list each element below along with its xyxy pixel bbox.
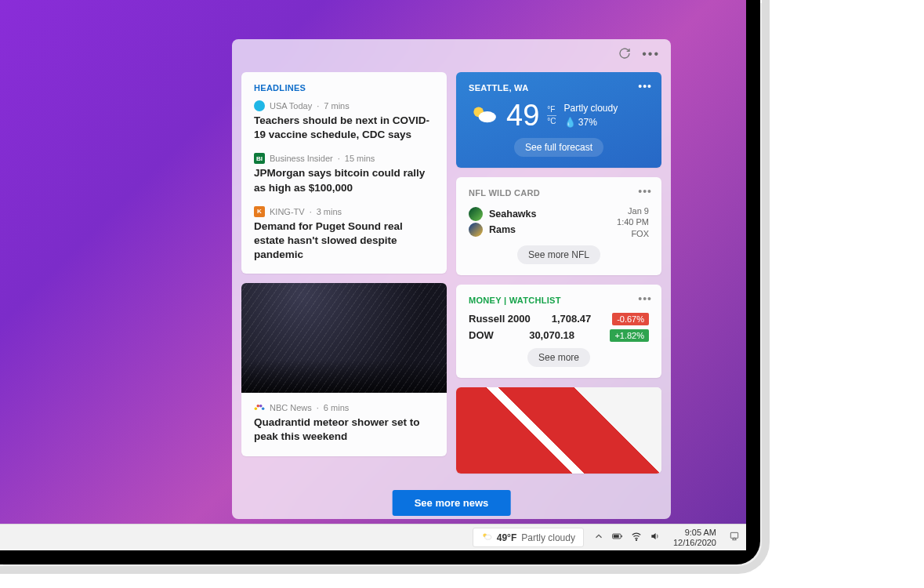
battery-icon[interactable]: [612, 531, 623, 544]
news-source: NBC News: [270, 403, 312, 412]
svg-point-1: [257, 405, 260, 408]
taskbar-temp: 49°F: [497, 532, 516, 543]
news-age: 6 mins: [324, 403, 349, 412]
weather-card[interactable]: ••• SEATTLE, WA 49 °F °C Partly cloudy 💧…: [456, 72, 661, 168]
widgets-panel: ••• HEADLINES USA Today · 7 mins Teacher…: [232, 39, 671, 519]
news-item[interactable]: USA Today · 7 mins Teachers should be ne…: [254, 100, 434, 142]
card-image: [456, 387, 661, 474]
volume-icon[interactable]: [650, 531, 661, 544]
taskbar-weather[interactable]: 49°F Partly cloudy: [473, 528, 584, 547]
nfl-title: NFL WILD CARD: [469, 188, 649, 198]
rams-logo-icon: [469, 223, 483, 237]
news-age: 15 mins: [345, 154, 375, 163]
news-source: USA Today: [270, 101, 312, 111]
weather-condition: Partly cloudy: [564, 101, 618, 115]
headlines-card: HEADLINES USA Today · 7 mins Teachers sh…: [241, 72, 447, 274]
news-title: Quadrantid meteor shower set to peak thi…: [254, 416, 434, 444]
notifications-icon[interactable]: [729, 531, 740, 544]
svg-point-5: [479, 111, 496, 122]
news-source: KING-TV: [270, 207, 305, 216]
ticker-name: Russell 2000: [469, 313, 531, 325]
seahawks-logo-icon: [469, 207, 483, 221]
money-card[interactable]: ••• MONEY | WATCHLIST Russell 2000 1,708…: [456, 285, 661, 378]
ticker-name: DOW: [469, 329, 494, 341]
game-network: FOX: [617, 228, 649, 239]
see-more-money-button[interactable]: See more: [527, 348, 590, 367]
money-row[interactable]: Russell 2000 1,708.47 -0.67%: [469, 313, 649, 325]
svg-rect-10: [621, 535, 622, 537]
unit-f: °F: [547, 104, 556, 116]
image-card[interactable]: [456, 387, 661, 474]
source-icon: [254, 100, 265, 111]
card-more-icon[interactable]: •••: [638, 185, 652, 198]
nbc-icon: [254, 402, 265, 413]
taskbar: 49°F Partly cloudy 9:05 AM 12/16/2020: [0, 524, 746, 550]
svg-rect-9: [614, 535, 619, 538]
game-date: Jan 9: [617, 205, 649, 216]
card-more-icon[interactable]: •••: [638, 292, 652, 305]
card-more-icon[interactable]: •••: [638, 80, 652, 93]
tray-expand-icon[interactable]: [593, 531, 604, 544]
weather-icon: [469, 103, 498, 129]
panel-more-icon[interactable]: •••: [642, 47, 660, 63]
team-name: Rams: [489, 224, 516, 235]
wifi-icon[interactable]: [631, 531, 642, 544]
news-item[interactable]: BI Business Insider · 15 mins JPMorgan s…: [254, 153, 434, 194]
news-title: Demand for Puget Sound real estate hasn'…: [254, 220, 434, 263]
change-badge: -0.67%: [612, 313, 649, 325]
game-time: 1:40 PM: [617, 216, 649, 227]
news-title: JPMorgan says bitcoin could rally as hig…: [254, 166, 434, 194]
source-icon: BI: [254, 153, 265, 164]
desktop: ••• HEADLINES USA Today · 7 mins Teacher…: [0, 0, 760, 564]
svg-point-2: [259, 405, 263, 408]
weather-icon: [481, 531, 492, 544]
weather-temp: 49: [506, 100, 539, 130]
news-age: 3 mins: [317, 207, 342, 216]
unit-c: °C: [547, 116, 556, 126]
see-forecast-button[interactable]: See full forecast: [514, 138, 603, 157]
weather-location: SEATTLE, WA: [469, 83, 649, 93]
svg-point-3: [262, 407, 265, 410]
team-name: Seahawks: [489, 209, 536, 220]
refresh-icon[interactable]: [618, 47, 631, 63]
ticker-price: 1,708.47: [552, 313, 592, 325]
news-source: Business Insider: [270, 154, 333, 163]
taskbar-clock[interactable]: 9:05 AM 12/16/2020: [673, 528, 716, 546]
taskbar-condition: Partly cloudy: [521, 532, 575, 543]
news-age: 7 mins: [324, 101, 349, 111]
money-row[interactable]: DOW 30,070.18 +1.82%: [469, 329, 649, 342]
svg-point-0: [255, 407, 258, 410]
source-icon: K: [254, 206, 265, 217]
taskbar-date: 12/16/2020: [673, 538, 716, 547]
ticker-price: 30,070.18: [529, 329, 574, 341]
news-title: Teachers should be next in COVID-19 vacc…: [254, 114, 434, 142]
news-item[interactable]: K KING-TV · 3 mins Demand for Puget Soun…: [254, 206, 434, 263]
taskbar-time: 9:05 AM: [673, 528, 716, 537]
svg-point-11: [636, 539, 636, 540]
nfl-card[interactable]: ••• NFL WILD CARD Seahawks Rams Jan 9 1:…: [456, 177, 661, 275]
see-more-nfl-button[interactable]: See more NFL: [517, 245, 600, 264]
see-more-news-button[interactable]: See more news: [393, 490, 511, 516]
weather-precip: 💧 37%: [564, 115, 618, 129]
headlines-title: HEADLINES: [254, 83, 434, 93]
money-title: MONEY | WATCHLIST: [469, 296, 649, 305]
photo-news-card[interactable]: NBC News · 6 mins Quadrantid meteor show…: [241, 283, 447, 456]
news-image: [241, 283, 447, 393]
svg-rect-12: [730, 532, 737, 538]
change-badge: +1.82%: [610, 329, 649, 342]
svg-point-7: [484, 535, 491, 539]
